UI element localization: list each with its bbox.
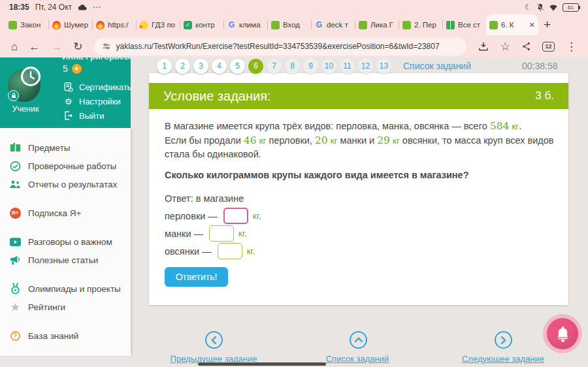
rating-star-icon: ★ [10, 302, 20, 313]
tab-count-button[interactable]: 12 [542, 42, 555, 52]
book-favicon [446, 21, 455, 29]
page-chip-3[interactable]: 3 [193, 59, 208, 74]
tab-favicon [271, 21, 280, 29]
next-task-label[interactable]: Следующее задание [462, 354, 544, 364]
page-chip-4[interactable]: 4 [212, 59, 227, 74]
page-chip-2[interactable]: 2 [175, 59, 190, 74]
answer-input-perlovka[interactable] [223, 208, 248, 224]
answer-row-manka: манки — кг, [165, 225, 261, 242]
chevron-right-icon [500, 336, 506, 344]
sidebar-item-articles[interactable]: Полезные статьи [0, 251, 131, 269]
download-page-icon[interactable] [478, 41, 489, 52]
sidebar-item-olympiads[interactable]: Олимпиады и проекты [0, 279, 131, 298]
exercise-timer: 00:38:58 [522, 61, 558, 71]
tab-https[interactable]: https:/ [93, 16, 136, 33]
exercise-points-badge: 3 б. [535, 89, 554, 103]
tab-vhod[interactable]: Вход [268, 16, 311, 33]
wifi-icon [549, 4, 558, 11]
page-chip-13[interactable]: 13 [376, 59, 391, 74]
tab-vse-st[interactable]: Все ст [443, 16, 486, 33]
exercise-pagination: 1 2 3 4 5 6 7 8 9 10 11 12 13 Список зад… [157, 58, 471, 74]
sidebar-user-panel: Инна Григорьевна Ученик 5 ★ Сертификаты … [0, 57, 131, 128]
medal-icon [8, 283, 22, 295]
tasks-list-label[interactable]: Список заданий [326, 354, 389, 364]
answer-input-manka[interactable] [209, 225, 234, 242]
close-tab-icon[interactable]: ✕ [529, 21, 535, 29]
tab-kontr[interactable]: ✓контр [180, 16, 223, 33]
tab-shumer[interactable]: Шумер [49, 16, 92, 33]
back-button[interactable]: ← [29, 41, 40, 52]
notification-ellipsis-icon: ⋯ [93, 3, 101, 11]
exercise-title: Условие задания: [163, 89, 271, 104]
video-icon [8, 238, 22, 246]
android-status-bar: 18:35 Пт, 24 Окт ⋯ ☾ 61 [0, 0, 588, 14]
problem-line-1: В магазине имеется крупа трёх видов: пер… [165, 120, 557, 134]
bookmark-star-icon[interactable]: ☆ [500, 41, 510, 52]
flame-favicon [52, 21, 61, 29]
answer-intro: Ответ: в магазине [165, 193, 261, 204]
exercise-card: Условие задания: 3 б. В магазине имеется… [149, 73, 568, 305]
sidebar-item-subscription[interactable]: Я+ Подписка Я+ [0, 204, 131, 222]
sidebar-item-reports[interactable]: Отчеты о результатах [0, 175, 131, 193]
tab-active-exercise[interactable]: 6. К✕ [486, 14, 538, 35]
tab-lika[interactable]: Лика Г [355, 16, 399, 33]
gesture-pill[interactable] [198, 362, 326, 366]
home-button[interactable]: ⌂ [11, 41, 18, 52]
page-chip-11[interactable]: 11 [340, 59, 355, 74]
browser-tab-strip: Закон Шумер https:/ ГДЗ по ✓контр Gклима… [0, 14, 588, 35]
tab-klima[interactable]: Gклима [224, 16, 267, 33]
notification-bell-button[interactable] [547, 318, 578, 349]
certificate-icon [63, 82, 73, 92]
user-menu-settings[interactable]: ⚙ Настройки [63, 95, 131, 107]
new-tab-button[interactable]: + [544, 18, 551, 32]
clock-icon [20, 65, 42, 88]
google-favicon: G [315, 21, 323, 29]
tab-favicon [489, 21, 498, 29]
people-icon [8, 180, 22, 189]
sidebar-item-tests[interactable]: Проверочные работы [0, 157, 131, 175]
status-date: Пт, 24 Окт [35, 3, 72, 12]
problem-question: Сколько килограммов крупы каждого вида и… [165, 170, 469, 180]
tab-deck[interactable]: Gdeck т [312, 16, 355, 33]
page-chip-1[interactable]: 1 [157, 59, 172, 74]
user-name: Инна Григорьевна [62, 57, 131, 61]
previous-task-button[interactable] [205, 331, 223, 349]
sidebar-item-ratings[interactable]: ★ Рейтинги [0, 298, 131, 316]
submit-answer-button[interactable]: Ответить! [165, 267, 228, 287]
tab-zakon[interactable]: Закон [5, 16, 48, 33]
reload-button[interactable]: ↻ [73, 41, 82, 52]
tasks-list-button[interactable] [350, 331, 367, 349]
share-icon[interactable] [521, 41, 531, 52]
user-menu: Сертификаты ⚙ Настройки Выйти [63, 81, 131, 121]
user-menu-logout[interactable]: Выйти [63, 110, 131, 121]
page-chip-12[interactable]: 12 [358, 59, 373, 74]
sidebar-item-subjects[interactable]: Предметы [0, 138, 131, 157]
duck-favicon [140, 21, 148, 29]
page-chip-8[interactable]: 8 [285, 59, 300, 74]
sidebar-item-knowledge-base[interactable]: ? База знаний [0, 327, 131, 345]
tab-favicon [8, 21, 17, 29]
lock-badge-icon [8, 90, 19, 101]
google-favicon: G [227, 21, 236, 29]
user-menu-certificates[interactable]: Сертификаты [63, 81, 131, 93]
tab-gdz[interactable]: ГДЗ по [137, 16, 180, 33]
tab-per[interactable]: 2. Пер [399, 16, 442, 33]
page-chip-7[interactable]: 7 [267, 59, 282, 74]
url-text: yaklass.ru/TestWorkRun/Exercise?testResu… [116, 42, 440, 51]
sidebar-item-important-talks[interactable]: Разговоры о важном [0, 232, 131, 251]
tasks-list-link[interactable]: Список заданий [403, 61, 471, 71]
forward-button[interactable]: → [51, 41, 62, 52]
site-settings-icon[interactable] [102, 42, 111, 51]
page-chip-9[interactable]: 9 [303, 59, 318, 74]
battery-icon: 61 [563, 3, 579, 12]
answer-input-ovsyanka[interactable] [218, 243, 242, 259]
browser-address-bar: ⌂ ← → ↻ yaklass.ru/TestWorkRun/Exercise?… [0, 35, 588, 57]
answer-row-perlovka: перловки — кг, [165, 207, 261, 225]
url-bar[interactable]: yaklass.ru/TestWorkRun/Exercise?testResu… [94, 38, 466, 56]
next-task-button[interactable] [495, 331, 512, 349]
browser-menu-kebab-icon[interactable]: ⋮ [566, 41, 577, 52]
page-chip-5[interactable]: 5 [230, 59, 245, 74]
page-chip-10[interactable]: 10 [321, 59, 336, 74]
page-chip-6-current[interactable]: 6 [248, 59, 263, 74]
books-icon [8, 142, 22, 153]
